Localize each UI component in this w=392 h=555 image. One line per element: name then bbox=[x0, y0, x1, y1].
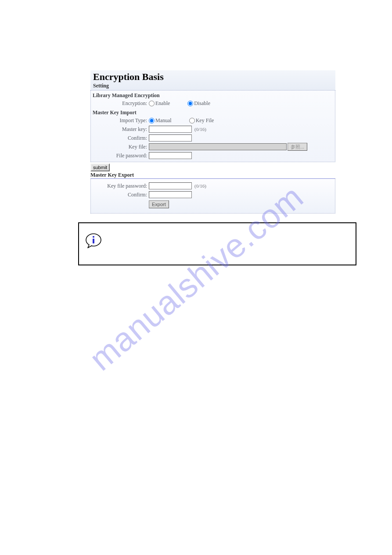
encryption-basis-panel: Encryption Basis Setting Library Managed… bbox=[90, 70, 335, 214]
master-key-input[interactable] bbox=[149, 126, 192, 133]
encryption-disable-radio[interactable] bbox=[187, 101, 193, 106]
encryption-label: Encryption: bbox=[91, 100, 149, 107]
info-icon bbox=[85, 233, 103, 250]
export-confirm-label: Confirm: bbox=[91, 192, 149, 198]
between-sections: submit Master Key Export bbox=[90, 162, 335, 178]
import-type-keyfile-label: Key File bbox=[196, 117, 214, 124]
key-file-password-label: Key file password: bbox=[91, 183, 149, 189]
encryption-enable-radio[interactable] bbox=[149, 101, 155, 106]
encryption-enable-label: Enable bbox=[155, 100, 170, 107]
key-file-password-input[interactable] bbox=[149, 182, 192, 189]
title-bar: Encryption Basis Setting bbox=[90, 70, 335, 90]
file-password-input[interactable] bbox=[149, 152, 192, 159]
export-confirm-input[interactable] bbox=[149, 191, 192, 198]
import-type-manual-label: Manual bbox=[155, 117, 172, 124]
import-settings-section: Library Managed Encryption Encryption: E… bbox=[90, 90, 335, 162]
library-managed-heading: Library Managed Encryption bbox=[91, 91, 335, 99]
file-password-label: File password: bbox=[91, 152, 149, 159]
master-key-import-heading: Master Key Import bbox=[91, 108, 335, 116]
export-section: Key file password: (0/16) Confirm: Expor… bbox=[90, 178, 335, 214]
import-type-keyfile-radio[interactable] bbox=[189, 118, 195, 123]
master-key-confirm-label: Confirm: bbox=[91, 135, 149, 141]
svg-point-1 bbox=[93, 236, 94, 238]
master-key-label: Master key: bbox=[91, 126, 149, 133]
master-key-confirm-input[interactable] bbox=[149, 134, 192, 141]
encryption-enable-option[interactable]: Enable bbox=[149, 100, 170, 107]
svg-rect-2 bbox=[93, 239, 94, 243]
export-button[interactable]: Export bbox=[149, 200, 169, 208]
import-type-label: Import Type: bbox=[91, 117, 149, 124]
import-type-manual-option[interactable]: Manual bbox=[149, 117, 172, 124]
browse-button[interactable]: 参照... bbox=[288, 143, 307, 151]
encryption-disable-option[interactable]: Disable bbox=[187, 100, 210, 107]
panel-title: Encryption Basis bbox=[93, 71, 333, 83]
import-type-manual-radio[interactable] bbox=[149, 118, 155, 123]
master-key-hint: (0/16) bbox=[194, 127, 206, 132]
encryption-disable-label: Disable bbox=[194, 100, 210, 107]
key-file-label: Key file: bbox=[91, 144, 149, 150]
submit-button[interactable]: submit bbox=[90, 163, 110, 171]
key-file-input bbox=[149, 143, 287, 150]
key-file-password-hint: (0/16) bbox=[194, 183, 206, 189]
master-key-export-heading: Master Key Export bbox=[90, 171, 335, 178]
import-type-keyfile-option[interactable]: Key File bbox=[189, 117, 214, 124]
info-box bbox=[78, 222, 356, 265]
panel-subtitle: Setting bbox=[93, 83, 333, 90]
